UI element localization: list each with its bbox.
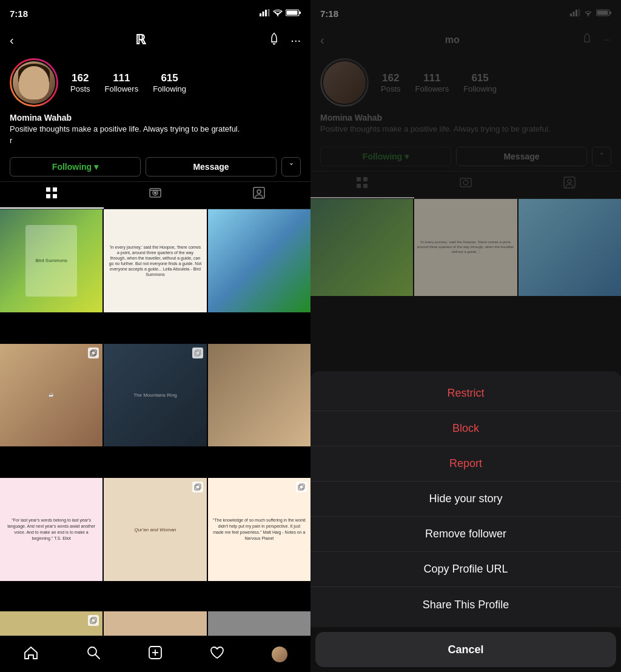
svg-rect-13 <box>53 194 57 198</box>
followers-count: 111 <box>113 72 130 84</box>
svg-rect-2 <box>265 10 267 16</box>
svg-rect-1 <box>263 12 264 16</box>
followers-stat[interactable]: 111 Followers <box>105 72 139 93</box>
block-option[interactable]: Block <box>310 411 621 446</box>
grid-item-12[interactable] <box>208 611 310 636</box>
grid-item-5[interactable]: The Mountains Ring <box>104 344 206 446</box>
search-icon <box>86 645 101 664</box>
following-arrow-icon: ▾ <box>94 162 98 172</box>
grid-item-11[interactable] <box>104 611 206 636</box>
grid-item-8[interactable]: Qur'an and Woman <box>104 478 206 580</box>
restrict-option[interactable]: Restrict <box>310 376 621 411</box>
left-panel: 7:18 ‹ ℝ ··· <box>0 0 310 672</box>
following-stat[interactable]: 615 Following <box>153 72 186 93</box>
profile-link[interactable]: r <box>10 136 301 145</box>
tabs-bar <box>0 181 310 209</box>
right-panel: 7:18 ‹ mo ··· <box>310 0 621 672</box>
posts-stat[interactable]: 162 Posts <box>70 72 90 93</box>
back-button[interactable]: ‹ <box>10 33 14 47</box>
bottom-nav <box>0 636 310 672</box>
avatar[interactable] <box>10 58 58 107</box>
context-menu: Restrict Block Report Hide your story Re… <box>310 371 621 627</box>
svg-rect-10 <box>46 187 50 192</box>
tab-reels[interactable] <box>104 182 207 209</box>
following-button[interactable]: Following ▾ <box>10 157 141 176</box>
hide-story-option[interactable]: Hide your story <box>310 482 621 517</box>
svg-rect-8 <box>274 33 275 34</box>
nav-search[interactable] <box>86 645 101 664</box>
reels-icon <box>148 186 163 204</box>
multi-post-icon-5 <box>88 615 99 626</box>
restrict-label: Restrict <box>447 387 484 400</box>
wifi-icon <box>273 8 283 18</box>
grid-item-9-text: "The knowledge of so much suffering in t… <box>208 512 310 546</box>
nav-add[interactable] <box>147 645 163 664</box>
left-status-bar: 7:18 <box>0 0 310 27</box>
svg-rect-22 <box>195 351 200 356</box>
grid-item-6[interactable] <box>208 344 310 446</box>
heart-icon <box>209 645 225 664</box>
nav-home[interactable] <box>23 645 39 664</box>
tab-grid[interactable] <box>0 182 104 209</box>
grid-item-1[interactable]: Bird Summons <box>0 209 102 312</box>
left-nav-bar: ‹ ℝ ··· <box>0 27 310 53</box>
cancel-label: Cancel <box>448 643 483 656</box>
grid-item-3[interactable] <box>208 209 310 312</box>
avatar-image <box>13 61 55 104</box>
share-profile-option[interactable]: Share This Profile <box>310 587 621 622</box>
svg-rect-11 <box>53 187 57 192</box>
share-profile-label: Share This Profile <box>423 599 509 611</box>
cancel-button[interactable]: Cancel <box>315 632 616 667</box>
svg-rect-25 <box>196 484 201 489</box>
action-buttons: Following ▾ Message ˅ <box>0 152 310 181</box>
svg-rect-7 <box>287 11 298 15</box>
svg-rect-9 <box>273 42 274 42</box>
left-status-time: 7:18 <box>10 8 28 19</box>
svg-point-16 <box>155 192 156 194</box>
svg-rect-12 <box>46 194 50 198</box>
svg-rect-3 <box>268 9 270 16</box>
grid-item-4[interactable]: ☕ <box>0 344 102 446</box>
report-option[interactable]: Report <box>310 446 621 482</box>
svg-rect-23 <box>196 350 201 355</box>
svg-point-19 <box>257 190 261 193</box>
home-icon <box>23 645 39 664</box>
hide-story-label: Hide your story <box>429 492 502 505</box>
battery-icon <box>286 8 301 19</box>
nav-profile[interactable] <box>272 647 287 662</box>
grid-item-10[interactable] <box>0 611 102 636</box>
following-label: Following <box>153 84 186 93</box>
notification-bell-icon[interactable] <box>267 32 281 49</box>
more-dropdown-button[interactable]: ˅ <box>281 157 301 176</box>
message-button[interactable]: Message <box>146 157 277 176</box>
grid-item-9[interactable]: "The knowledge of so much suffering in t… <box>208 478 310 580</box>
add-icon <box>147 645 163 664</box>
posts-label: Posts <box>70 84 90 93</box>
photo-grid: Bird Summons 'In every journey,' said th… <box>0 209 310 611</box>
more-options-icon[interactable]: ··· <box>290 33 301 47</box>
grid-item-2-text: 'In every journey,' said the Hoopoe, 'th… <box>104 240 206 283</box>
profile-top: 162 Posts 111 Followers 615 Following <box>10 58 301 107</box>
signal-icon <box>260 9 270 18</box>
posts-count: 162 <box>72 72 89 84</box>
multi-post-icon-4 <box>296 482 307 492</box>
left-nav-username: ℝ <box>135 32 146 48</box>
left-profile-section: 162 Posts 111 Followers 615 Following Mo… <box>0 53 310 152</box>
grid-icon <box>44 186 59 204</box>
svg-rect-21 <box>92 350 96 355</box>
grid-item-7-text: "For last year's words belong to last ye… <box>0 512 102 546</box>
remove-follower-label: Remove follower <box>425 528 506 540</box>
profile-name: Momina Wahab <box>10 113 301 123</box>
remove-follower-option[interactable]: Remove follower <box>310 517 621 552</box>
copy-url-option[interactable]: Copy Profile URL <box>310 552 621 587</box>
avatar-inner <box>12 60 56 105</box>
multi-post-icon-3 <box>192 482 203 492</box>
grid-item-2[interactable]: 'In every journey,' said the Hoopoe, 'th… <box>104 209 206 312</box>
nav-activity[interactable] <box>209 645 225 664</box>
svg-rect-24 <box>195 485 200 490</box>
grid-item-7[interactable]: "For last year's words belong to last ye… <box>0 478 102 580</box>
left-status-icons <box>260 8 301 19</box>
following-label: Following <box>52 162 92 172</box>
copy-url-label: Copy Profile URL <box>423 563 508 576</box>
tab-tagged[interactable] <box>207 182 310 209</box>
